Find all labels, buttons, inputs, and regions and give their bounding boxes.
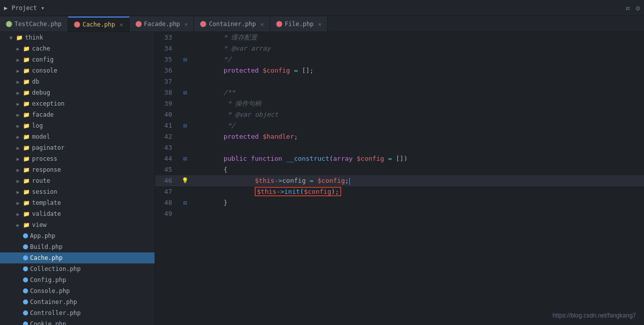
tree-item-debug[interactable]: ▶ 📁 debug [0, 87, 155, 98]
line-content-48: } [190, 197, 644, 208]
tab-testcache[interactable]: TestCache.php [0, 17, 68, 32]
tree-item-exception[interactable]: ▶ 📁 exception [0, 98, 155, 109]
line-number-42: 42 [155, 131, 180, 142]
bulb-icon-46[interactable]: 💡 [182, 175, 189, 186]
gutter-41[interactable]: ⊟ [180, 120, 190, 131]
line-content-43 [190, 142, 644, 153]
tab-cache[interactable]: Cache.php ✕ [68, 17, 130, 32]
folder-icon-session: 📁 [23, 189, 30, 195]
tree-item-paginator[interactable]: ▶ 📁 paginator [0, 142, 155, 153]
arrow-icon-db: ▶ [15, 79, 21, 85]
tab-close-facade[interactable]: ✕ [185, 21, 188, 28]
tab-close-cache[interactable]: ✕ [120, 22, 123, 28]
folder-icon-cache: 📁 [23, 46, 30, 52]
tree-item-cache[interactable]: ▶ 📁 cache [0, 43, 155, 54]
tree-item-think[interactable]: ▼ 📁 think [0, 32, 155, 43]
fold-icon-44[interactable]: ⊟ [183, 153, 187, 164]
tree-item-response[interactable]: ▶ 📁 response [0, 164, 155, 175]
gutter-48[interactable]: ⊟ [180, 197, 190, 208]
tree-item-config[interactable]: ▶ 📁 config [0, 54, 155, 65]
tree-label-session: session [32, 188, 58, 195]
tree-item-process[interactable]: ▶ 📁 process [0, 153, 155, 164]
tree-item-cookie-php[interactable]: Cookie.php [0, 318, 155, 325]
line-content-42: protected $handler; [190, 131, 644, 142]
tree-label-container-php: Container.php [30, 298, 77, 305]
tree-item-model[interactable]: ▶ 📁 model [0, 131, 155, 142]
tree-item-build-php[interactable]: Build.php [0, 241, 155, 252]
tree-item-container-php[interactable]: Container.php [0, 296, 155, 307]
tree-item-collection-php[interactable]: Collection.php [0, 263, 155, 274]
tree-item-console-php[interactable]: Console.php [0, 285, 155, 296]
tree-item-route[interactable]: ▶ 📁 route [0, 175, 155, 186]
folder-icon-facade: 📁 [23, 112, 30, 118]
tree-item-db[interactable]: ▶ 📁 db [0, 76, 155, 87]
gutter-47 [180, 186, 190, 197]
tree-item-app-php[interactable]: App.php [0, 230, 155, 241]
tree-item-cache-php[interactable]: Cache.php [0, 252, 155, 263]
tab-label-container: Container.php [209, 21, 256, 28]
code-line-45: 45 { [155, 164, 644, 175]
arrow-icon-model: ▶ [15, 134, 21, 140]
tab-container[interactable]: Container.php ✕ [194, 17, 270, 32]
arrow-icon-exception: ▶ [15, 101, 21, 107]
code-line-38: 38 ⊟ /** [155, 87, 644, 98]
gutter-37 [180, 76, 190, 87]
spacer-config-php [15, 277, 21, 283]
tree-item-template[interactable]: ▶ 📁 template [0, 197, 155, 208]
line-number-49: 49 [155, 208, 180, 219]
fold-icon-38[interactable]: ⊟ [183, 87, 187, 98]
tree-item-validate[interactable]: ▶ 📁 validate [0, 208, 155, 219]
file-icon-cookie-php [23, 321, 28, 325]
split-view-icon[interactable]: ⇄ [625, 4, 629, 12]
line-number-46: 46 [155, 175, 180, 186]
tree-label-config-php: Config.php [30, 276, 66, 283]
line-content-41: */ [190, 120, 644, 131]
code-editor[interactable]: 33 * 缓存配置 34 * @var array 35 ⊟ */ 36 pro… [155, 32, 644, 325]
tree-item-config-php[interactable]: Config.php [0, 274, 155, 285]
file-icon-container-php [23, 299, 28, 304]
spacer-cache-php [15, 255, 21, 261]
dropdown-arrow-icon[interactable]: ▾ [41, 5, 45, 12]
tree-item-session[interactable]: ▶ 📁 session [0, 186, 155, 197]
gutter-38[interactable]: ⊟ [180, 87, 190, 98]
tree-item-console[interactable]: ▶ 📁 console [0, 65, 155, 76]
tree-item-controller-php[interactable]: Controller.php [0, 307, 155, 318]
gutter-46[interactable]: 💡 [180, 175, 190, 186]
line-content-44: public function __construct(array $confi… [190, 153, 644, 164]
tab-icon-testcache [6, 21, 12, 27]
fold-icon-35[interactable]: ⊟ [183, 54, 187, 65]
project-label[interactable]: Project [12, 5, 37, 12]
line-number-37: 37 [155, 76, 180, 87]
gutter-44[interactable]: ⊟ [180, 153, 190, 164]
tree-label-facade: facade [32, 111, 54, 118]
tab-close-file[interactable]: ✕ [318, 21, 322, 28]
arrow-icon-cache: ▶ [15, 46, 21, 52]
fold-icon-48[interactable]: ⊟ [183, 197, 187, 208]
tree-item-log[interactable]: ▶ 📁 log [0, 120, 155, 131]
tab-close-container[interactable]: ✕ [260, 21, 264, 28]
line-number-48: 48 [155, 197, 180, 208]
tree-label-collection-php: Collection.php [30, 265, 81, 272]
gutter-35[interactable]: ⊟ [180, 54, 190, 65]
tree-item-facade[interactable]: ▶ 📁 facade [0, 109, 155, 120]
tree-item-view[interactable]: ▶ 📁 view [0, 219, 155, 230]
code-line-36: 36 protected $config = []; [155, 65, 644, 76]
fold-icon-41[interactable]: ⊟ [183, 120, 187, 131]
tree-label-think: think [25, 34, 43, 41]
line-content-33: * 缓存配置 [190, 32, 644, 43]
highlighted-code-box: $this->init($config); [255, 187, 341, 196]
line-number-41: 41 [155, 120, 180, 131]
tab-facade[interactable]: Facade.php ✕ [130, 17, 195, 32]
tree-label-controller-php: Controller.php [30, 309, 81, 316]
line-number-38: 38 [155, 87, 180, 98]
code-line-34: 34 * @var array [155, 43, 644, 54]
code-line-49: 49 [155, 208, 644, 219]
arrow-icon-paginator: ▶ [15, 145, 21, 151]
tree-label-debug: debug [32, 89, 50, 96]
line-content-36: protected $config = []; [190, 65, 644, 76]
gutter-43 [180, 142, 190, 153]
line-content-49 [190, 208, 644, 219]
tab-file[interactable]: File.php ✕ [270, 17, 328, 32]
gutter-33 [180, 32, 190, 43]
settings-icon[interactable]: ⚙ [636, 4, 640, 12]
